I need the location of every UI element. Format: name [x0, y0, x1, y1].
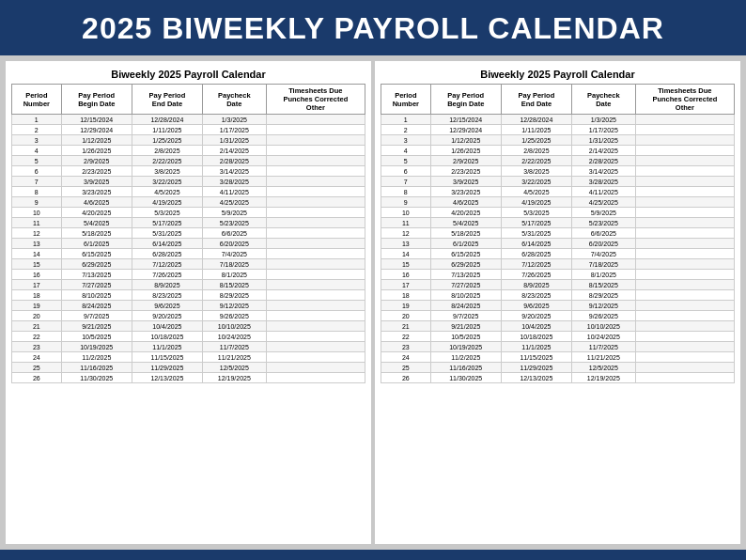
cell-timesheets	[635, 239, 734, 249]
table-row: 9 4/6/2025 4/19/2025 4/25/2025	[381, 197, 735, 208]
cell-begin: 8/10/2025	[430, 290, 501, 301]
cell-begin: 1/12/2025	[61, 135, 132, 146]
cell-timesheets	[635, 125, 734, 135]
cell-paycheck: 2/28/2025	[572, 156, 636, 166]
cell-paycheck: 6/20/2025	[572, 239, 636, 249]
table-row: 22 10/5/2025 10/18/2025 10/24/2025	[381, 332, 735, 342]
cell-timesheets	[266, 301, 365, 311]
table-row: 18 8/10/2025 8/23/2025 8/29/2025	[381, 290, 735, 301]
cell-paycheck: 6/6/2025	[572, 228, 636, 239]
cell-end: 5/17/2025	[501, 218, 571, 228]
cell-period: 23	[381, 342, 431, 352]
col-header-begin: Pay PeriodBegin Date	[61, 85, 132, 115]
cell-end: 1/25/2025	[501, 135, 571, 146]
cell-timesheets	[266, 321, 365, 332]
table-row: 17 7/27/2025 8/9/2025 8/15/2025	[381, 280, 735, 290]
cell-end: 2/22/2025	[132, 156, 202, 166]
cell-end: 5/17/2025	[132, 218, 202, 228]
page-title: 2025 BIWEEKLY PAYROLL CALENDAR	[0, 0, 746, 55]
cell-period: 6	[381, 166, 431, 177]
cell-end: 12/28/2024	[501, 115, 571, 125]
cell-begin: 1/12/2025	[430, 135, 501, 146]
cell-end: 5/3/2025	[132, 208, 202, 218]
cell-timesheets	[635, 146, 734, 156]
cell-timesheets	[266, 239, 365, 249]
cell-end: 2/8/2025	[501, 146, 571, 156]
cell-paycheck: 1/17/2025	[572, 125, 636, 135]
cell-period: 4	[12, 146, 62, 156]
col-header-timesheets-r: Timesheets DuePunches CorrectedOther	[635, 85, 734, 115]
cell-paycheck: 5/23/2025	[203, 218, 267, 228]
table-row: 10 4/20/2025 5/3/2025 5/9/2025	[12, 208, 365, 218]
cell-paycheck: 5/9/2025	[203, 208, 267, 218]
table-row: 15 6/29/2025 7/12/2025 7/18/2025	[381, 259, 735, 270]
table-row: 25 11/16/2025 11/29/2025 12/5/2025	[381, 363, 735, 373]
cell-period: 1	[381, 115, 431, 125]
col-header-timesheets: Timesheets DuePunches CorrectedOther	[266, 85, 365, 115]
cell-period: 20	[12, 311, 62, 321]
cell-period: 12	[381, 228, 431, 239]
cell-timesheets	[266, 332, 365, 342]
cell-end: 8/23/2025	[132, 290, 202, 301]
table-row: 4 1/26/2025 2/8/2025 2/14/2025	[12, 146, 365, 156]
cell-end: 9/20/2025	[501, 311, 571, 321]
cell-timesheets	[266, 352, 365, 363]
cell-end: 8/9/2025	[132, 280, 202, 290]
table-row: 23 10/19/2025 11/1/2025 11/7/2025	[12, 342, 365, 352]
table-row: 26 11/30/2025 12/13/2025 12/19/2025	[12, 373, 365, 383]
table-row: 10 4/20/2025 5/3/2025 5/9/2025	[381, 208, 735, 218]
cell-end: 2/8/2025	[132, 146, 202, 156]
right-card-title: Biweekly 2025 Payroll Calendar	[381, 69, 735, 80]
cell-paycheck: 8/15/2025	[572, 280, 636, 290]
cell-begin: 1/26/2025	[430, 146, 501, 156]
cell-period: 18	[12, 290, 62, 301]
table-row: 5 2/9/2025 2/22/2025 2/28/2025	[381, 156, 735, 166]
cell-end: 5/31/2025	[501, 228, 571, 239]
cell-end: 5/31/2025	[132, 228, 202, 239]
cell-timesheets	[635, 135, 734, 146]
table-row: 8 3/23/2025 4/5/2025 4/11/2025	[12, 187, 365, 197]
cell-period: 9	[381, 197, 431, 208]
cell-paycheck: 3/14/2025	[203, 166, 267, 177]
table-row: 8 3/23/2025 4/5/2025 4/11/2025	[381, 187, 735, 197]
cell-period: 7	[12, 177, 62, 187]
cell-end: 7/12/2025	[501, 259, 571, 270]
cell-paycheck: 6/6/2025	[203, 228, 267, 239]
cell-begin: 2/23/2025	[61, 166, 132, 177]
cell-paycheck: 9/26/2025	[572, 311, 636, 321]
col-header-end-r: Pay PeriodEnd Date	[501, 85, 571, 115]
cell-end: 10/4/2025	[501, 321, 571, 332]
cell-period: 8	[381, 187, 431, 197]
cell-end: 4/5/2025	[501, 187, 571, 197]
cell-begin: 9/7/2025	[430, 311, 501, 321]
cell-end: 2/22/2025	[501, 156, 571, 166]
cell-paycheck: 12/5/2025	[572, 363, 636, 373]
cell-end: 10/4/2025	[132, 321, 202, 332]
cell-period: 16	[12, 270, 62, 280]
table-row: 3 1/12/2025 1/25/2025 1/31/2025	[12, 135, 365, 146]
cell-end: 6/28/2025	[501, 249, 571, 259]
table-row: 23 10/19/2025 11/1/2025 11/7/2025	[381, 342, 735, 352]
cell-period: 10	[381, 208, 431, 218]
cell-begin: 3/23/2025	[61, 187, 132, 197]
cell-timesheets	[266, 290, 365, 301]
cell-begin: 9/21/2025	[61, 321, 132, 332]
cell-end: 4/5/2025	[132, 187, 202, 197]
cell-begin: 8/24/2025	[430, 301, 501, 311]
cell-begin: 4/6/2025	[61, 197, 132, 208]
cell-end: 12/13/2025	[132, 373, 202, 383]
table-row: 1 12/15/2024 12/28/2024 1/3/2025	[12, 115, 365, 125]
table-row: 6 2/23/2025 3/8/2025 3/14/2025	[381, 166, 735, 177]
cell-paycheck: 1/31/2025	[572, 135, 636, 146]
table-row: 24 11/2/2025 11/15/2025 11/21/2025	[12, 352, 365, 363]
cell-timesheets	[635, 197, 734, 208]
col-header-begin-r: Pay PeriodBegin Date	[430, 85, 501, 115]
cell-timesheets	[635, 373, 734, 383]
cell-paycheck: 7/18/2025	[203, 259, 267, 270]
cell-paycheck: 10/10/2025	[203, 321, 267, 332]
table-row: 14 6/15/2025 6/28/2025 7/4/2025	[12, 249, 365, 259]
table-row: 19 8/24/2025 9/6/2025 9/12/2025	[12, 301, 365, 311]
cell-begin: 11/2/2025	[61, 352, 132, 363]
cell-end: 9/6/2025	[132, 301, 202, 311]
right-payroll-table: PeriodNumber Pay PeriodBegin Date Pay Pe…	[381, 84, 735, 383]
